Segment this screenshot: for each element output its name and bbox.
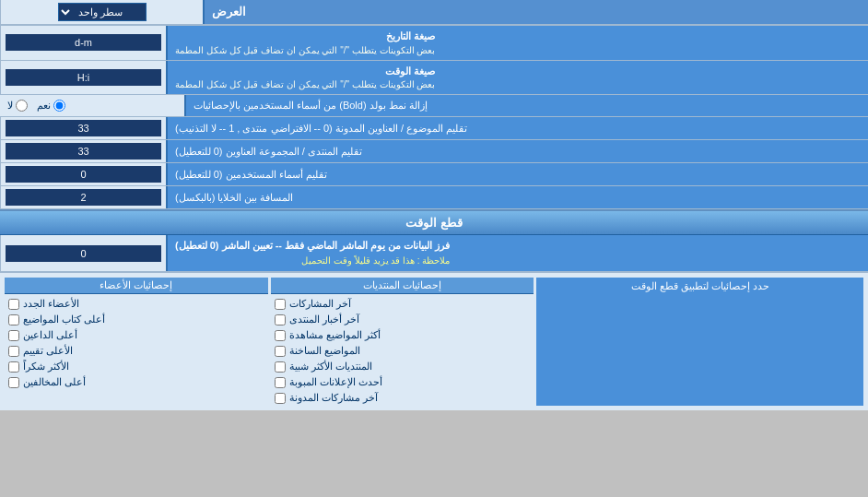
space-label: المسافة بين الخلايا (بالبكسل) xyxy=(166,186,868,208)
stats-section: حدد إحصائيات لتطبيق قطع الوقت إحصائيات ا… xyxy=(0,272,868,410)
topic-limit-label: تقليم الموضوع / العناوين المدونة (0 -- ا… xyxy=(166,117,868,139)
member-stat-checkbox-4[interactable] xyxy=(8,346,19,357)
stat-checkbox-3[interactable] xyxy=(275,330,286,341)
stat-checkbox-1[interactable] xyxy=(275,299,286,310)
stat-item-2: آخر أخبار المنتدى xyxy=(271,312,534,327)
time-format-input-cell xyxy=(0,61,166,94)
member-stat-checkbox-2[interactable] xyxy=(8,314,19,325)
time-cut-input-cell xyxy=(0,235,166,271)
member-stats-col: إحصائيات الأعضاء الأعضاء الجدد أعلى كتاب… xyxy=(5,278,268,406)
bold-remove-label: إزالة نمط بولد (Bold) من أسماء المستخدمي… xyxy=(184,95,868,116)
bold-remove-radio-cell: نعم لا xyxy=(0,95,184,116)
display-format-cell: سطر واحدسطرانثلاثة أسطر xyxy=(0,0,203,24)
group-limit-input[interactable] xyxy=(6,143,161,160)
date-format-label: صيغة التاريخ بعض التكوينات يتطلب "/" الت… xyxy=(166,26,868,59)
stat-item-1: آخر المشاركات xyxy=(271,296,534,312)
stat-checkbox-5[interactable] xyxy=(275,361,286,373)
username-limit-label: تقليم أسماء المستخدمين (0 للتعطيل) xyxy=(166,163,868,185)
time-cut-label: فرز البيانات من يوم الماشر الماضي فقط --… xyxy=(166,235,868,271)
member-stat-item-5: الأكثر شكراً xyxy=(5,359,268,374)
member-stat-item-1: الأعضاء الجدد xyxy=(5,296,268,312)
time-cut-input[interactable] xyxy=(6,245,161,262)
member-stat-checkbox-3[interactable] xyxy=(8,330,19,341)
display-format-select[interactable]: سطر واحدسطرانثلاثة أسطر xyxy=(58,3,147,21)
topic-limit-row: تقليم الموضوع / العناوين المدونة (0 -- ا… xyxy=(0,117,868,140)
member-stat-checkbox-5[interactable] xyxy=(8,361,19,373)
group-limit-input-cell xyxy=(0,140,166,162)
time-cut-title: قطع الوقت xyxy=(0,209,868,235)
username-limit-input[interactable] xyxy=(6,166,161,183)
apply-label: حدد إحصائيات لتطبيق قطع الوقت xyxy=(536,278,863,406)
group-limit-label: تقليم المنتدى / المجموعة العناوين (0 للت… xyxy=(166,140,868,162)
stat-item-7: آخر مشاركات المدونة xyxy=(271,390,534,406)
space-row: المسافة بين الخلايا (بالبكسل) xyxy=(0,186,868,209)
topic-limit-input[interactable] xyxy=(6,120,161,136)
date-format-input[interactable] xyxy=(6,34,161,51)
member-stat-item-2: أعلى كتاب المواضيع xyxy=(5,312,268,327)
radio-no-label[interactable]: لا xyxy=(7,100,28,112)
radio-yes-label[interactable]: نعم xyxy=(37,100,65,112)
section-title: العرض xyxy=(203,0,868,24)
stat-item-4: المواضيع الساخنة xyxy=(271,343,534,359)
stat-item-6: أحدث الإعلانات المبوبة xyxy=(271,374,534,390)
member-stat-checkbox-1[interactable] xyxy=(8,299,19,310)
stat-checkbox-7[interactable] xyxy=(275,393,286,404)
date-format-input-cell xyxy=(0,26,166,59)
forum-stats-header: إحصائيات المنتديات xyxy=(271,278,534,294)
group-limit-row: تقليم المنتدى / المجموعة العناوين (0 للت… xyxy=(0,140,868,163)
radio-no[interactable] xyxy=(16,100,28,112)
time-cut-row: فرز البيانات من يوم الماشر الماضي فقط --… xyxy=(0,235,868,272)
bold-remove-row: إزالة نمط بولد (Bold) من أسماء المستخدمي… xyxy=(0,95,868,117)
member-stat-item-4: الأعلى تقييم xyxy=(5,343,268,359)
time-format-row: صيغة الوقت بعض التكوينات يتطلب "/" التي … xyxy=(0,61,868,95)
time-format-input[interactable] xyxy=(6,69,161,86)
member-stat-item-3: أعلى الداعين xyxy=(5,327,268,343)
member-stats-header: إحصائيات الأعضاء xyxy=(5,278,268,294)
member-stat-checkbox-6[interactable] xyxy=(8,377,19,388)
time-format-label: صيغة الوقت بعض التكوينات يتطلب "/" التي … xyxy=(166,61,868,94)
stat-checkbox-6[interactable] xyxy=(275,377,286,388)
space-input[interactable] xyxy=(6,189,161,206)
radio-yes[interactable] xyxy=(53,100,65,112)
stat-item-5: المنتديات الأكثر شبية xyxy=(271,359,534,374)
stat-checkbox-4[interactable] xyxy=(275,346,286,357)
stat-checkbox-2[interactable] xyxy=(275,314,286,325)
date-format-row: صيغة التاريخ بعض التكوينات يتطلب "/" الت… xyxy=(0,26,868,60)
username-limit-row: تقليم أسماء المستخدمين (0 للتعطيل) xyxy=(0,163,868,186)
member-stat-item-6: أعلى المخالفين xyxy=(5,374,268,390)
username-limit-input-cell xyxy=(0,163,166,185)
forum-stats-col: إحصائيات المنتديات آخر المشاركات آخر أخب… xyxy=(271,278,534,406)
stat-item-3: أكثر المواضيع مشاهدة xyxy=(271,327,534,343)
topic-limit-input-cell xyxy=(0,117,166,139)
space-input-cell xyxy=(0,186,166,208)
